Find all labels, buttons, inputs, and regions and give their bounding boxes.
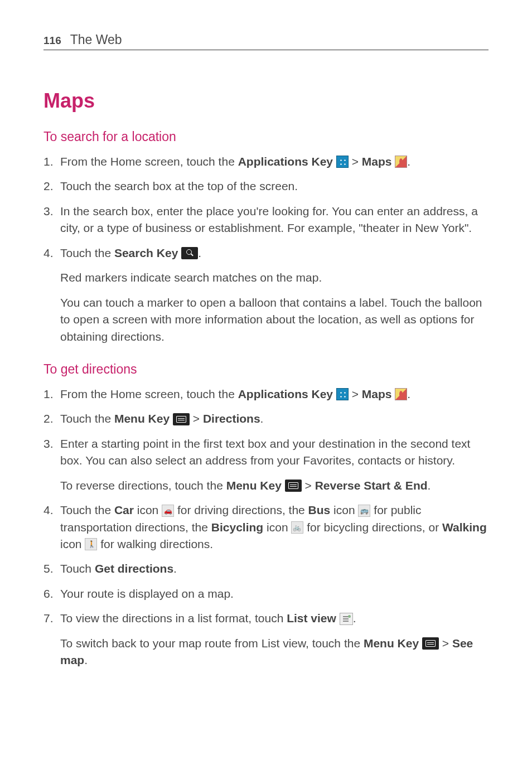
step-text: for driving directions, the [174,503,308,516]
paragraph: To switch back to your map route from Li… [43,635,489,669]
header-title: The Web [70,32,122,47]
step-number: 4. [43,245,54,262]
bus-icon [358,505,370,517]
bold-text: Applications Key [238,155,333,168]
step-text: Your route is displayed on a map. [60,587,234,600]
bold-text: Walking [442,521,487,534]
step-text: for walking directions. [97,538,213,550]
step-text: . [260,412,264,425]
para-text: . [84,653,88,666]
bicycling-icon [291,521,303,534]
bold-text: Car [114,503,134,516]
section-heading-directions: To get directions [43,362,489,377]
step-text: . [407,155,410,168]
paragraph: To reverse directions, touch the Menu Ke… [43,477,489,494]
page-title: Maps [43,89,489,113]
step-text: icon [263,521,291,534]
applications-key-icon [336,388,349,400]
bold-text: List view [287,612,336,624]
bold-text: Menu Key [114,412,170,425]
bold-text: Search Key [114,246,178,259]
bold-text: Get directions [95,562,173,575]
step-text: To view the directions in a list format,… [60,612,287,624]
step-text: In the search box, enter the place you'r… [60,205,478,234]
bold-text: Bus [308,503,331,516]
step-5: 5. Touch Get directions. [43,560,489,577]
step-text: icon [330,503,358,516]
step-number: 1. [43,153,54,170]
car-icon [162,505,174,517]
maps-icon [395,156,407,168]
section-heading-search: To search for a location [43,129,489,144]
menu-key-icon [422,637,439,650]
step-text: icon [134,503,162,516]
bold-text: Maps [362,388,392,400]
step-text: > [349,155,362,168]
step-2: 2. Touch the search box at the top of th… [43,178,489,195]
step-text: Touch the [60,503,114,516]
bold-text: Bicycling [211,521,263,534]
step-text: . [353,612,356,624]
para-text: To switch back to your map route from Li… [60,637,364,650]
step-number: 7. [43,610,54,627]
para-text: To reverse directions, touch the [60,479,226,492]
step-4: 4. Touch the Car icon for driving direct… [43,502,489,553]
walking-icon [85,538,97,550]
step-3: 3. Enter a starting point in the first t… [43,435,489,469]
step-3: 3. In the search box, enter the place yo… [43,203,489,237]
step-2: 2. Touch the Menu Key > Directions. [43,410,489,427]
step-text: > [349,388,362,400]
step-number: 3. [43,435,54,452]
para-text: > [439,637,452,650]
menu-key-icon [173,413,190,425]
step-text: Touch the [60,412,114,425]
step-number: 3. [43,203,54,220]
bold-text: Directions [203,412,260,425]
step-text: Touch the [60,246,114,259]
page-number: 116 [43,35,61,47]
step-number: 2. [43,178,54,195]
paragraph: You can touch a marker to open a balloon… [43,294,489,345]
step-number: 1. [43,386,54,403]
step-text: Touch [60,562,95,575]
list-view-icon [340,613,353,625]
step-text: > [190,412,203,425]
step-7: 7. To view the directions in a list form… [43,610,489,627]
step-text: . [198,246,201,259]
step-text: From the Home screen, touch the [60,388,238,400]
step-1: 1. From the Home screen, touch the Appli… [43,153,489,170]
menu-key-icon [285,480,302,492]
paragraph: Red markers indicate search matches on t… [43,269,489,286]
step-number: 5. [43,560,54,577]
step-number: 6. [43,585,54,602]
bold-text: Menu Key [364,637,419,650]
applications-key-icon [336,156,349,168]
step-number: 4. [43,502,54,519]
para-text: > [302,479,315,492]
para-text: . [428,479,431,492]
step-text: for bicycling directions, or [303,521,442,534]
step-1: 1. From the Home screen, touch the Appli… [43,386,489,403]
step-4: 4. Touch the Search Key . [43,245,489,262]
step-6: 6. Your route is displayed on a map. [43,585,489,602]
step-text: icon [60,538,85,550]
bold-text: Reverse Start & End [315,479,428,492]
maps-icon [395,388,407,400]
step-text: Enter a starting point in the first text… [60,437,470,467]
step-text: From the Home screen, touch the [60,155,238,168]
bold-text: Maps [362,155,392,168]
step-text: . [407,388,410,400]
step-number: 2. [43,410,54,427]
page-header: 116 The Web [43,32,489,50]
search-key-icon [181,247,198,259]
bold-text: Menu Key [226,479,282,492]
bold-text: Applications Key [238,388,333,400]
step-text: . [173,562,177,575]
step-text: Touch the search box at the top of the s… [60,180,298,192]
